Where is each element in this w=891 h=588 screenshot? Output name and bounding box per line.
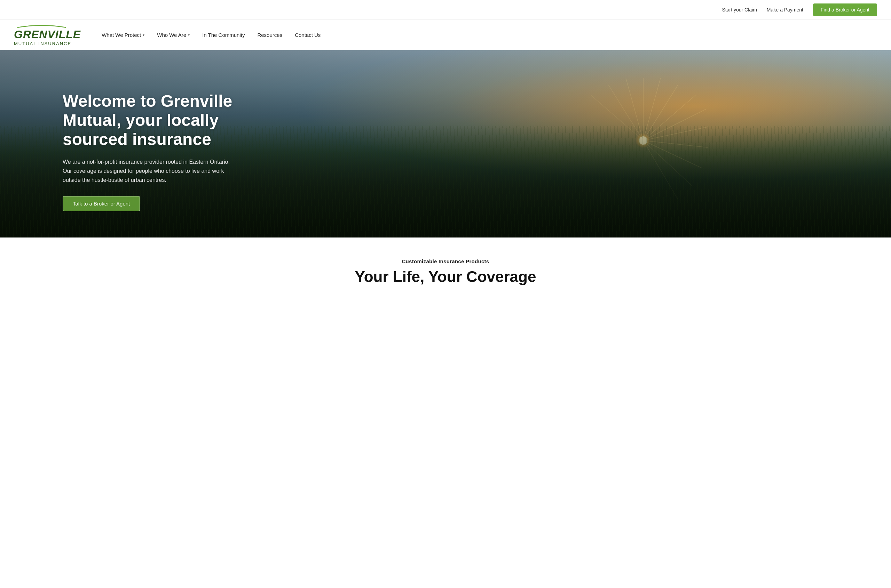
find-broker-button[interactable]: Find a Broker or Agent	[813, 3, 877, 16]
below-hero-section: Customizable Insurance Products Your Lif…	[0, 237, 891, 296]
logo-area[interactable]: GRENVILLE Mutual Insurance	[14, 20, 81, 50]
hero-title: Welcome to Grenville Mutual, your locall…	[63, 92, 237, 149]
hero-content: Welcome to Grenville Mutual, your locall…	[0, 50, 237, 211]
hero-cta-button[interactable]: Talk to a Broker or Agent	[63, 196, 140, 211]
hero-description: We are a not-for-profit insurance provid…	[63, 158, 230, 185]
chevron-down-icon: ▾	[143, 33, 144, 37]
make-payment-link[interactable]: Make a Payment	[767, 7, 803, 12]
section-heading: Your Life, Your Coverage	[14, 268, 877, 285]
start-claim-link[interactable]: Start your Claim	[722, 7, 757, 12]
section-eyebrow: Customizable Insurance Products	[14, 258, 877, 264]
header-top-bar: Start your Claim Make a Payment Find a B…	[0, 0, 891, 20]
logo-mutual-text: Mutual Insurance	[14, 41, 71, 46]
nav-in-the-community[interactable]: In The Community	[202, 22, 245, 48]
logo-grenville-text: GRENVILLE	[14, 28, 81, 41]
logo-arch-icon	[14, 23, 69, 28]
nav-resources[interactable]: Resources	[257, 22, 282, 48]
nav-contact-us[interactable]: Contact Us	[295, 22, 321, 48]
header-main-bar: GRENVILLE Mutual Insurance What We Prote…	[0, 20, 891, 50]
chevron-down-icon: ▾	[188, 33, 190, 37]
hero-section: Welcome to Grenville Mutual, your locall…	[0, 50, 891, 237]
nav-what-we-protect[interactable]: What We Protect ▾	[102, 22, 144, 48]
site-header: Start your Claim Make a Payment Find a B…	[0, 0, 891, 50]
nav-who-we-are[interactable]: Who We Are ▾	[157, 22, 190, 48]
main-navigation: What We Protect ▾ Who We Are ▾ In The Co…	[102, 22, 321, 48]
